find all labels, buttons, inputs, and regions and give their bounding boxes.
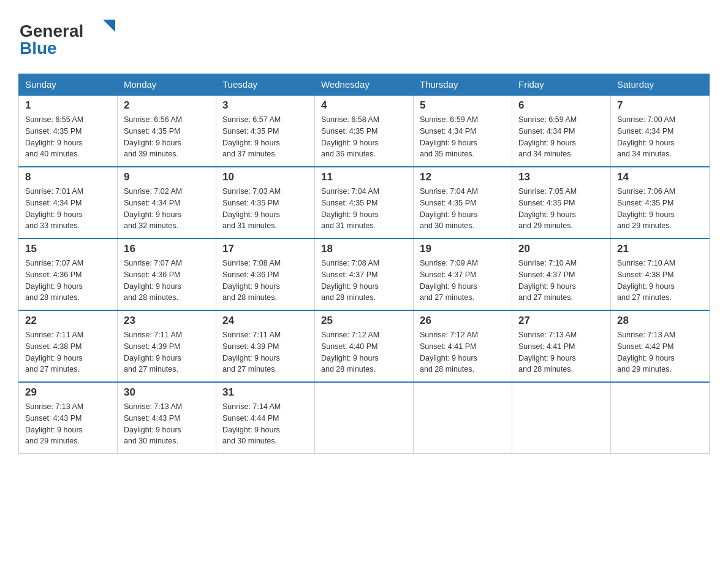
day-info: Sunrise: 7:08 AM Sunset: 4:37 PM Dayligh… (321, 258, 407, 304)
day-info: Sunrise: 7:13 AM Sunset: 4:42 PM Dayligh… (617, 329, 703, 375)
calendar-cell: 22 Sunrise: 7:11 AM Sunset: 4:38 PM Dayl… (19, 310, 118, 382)
day-number: 9 (124, 171, 210, 183)
day-info: Sunrise: 7:12 AM Sunset: 4:40 PM Dayligh… (321, 329, 407, 375)
day-header-monday: Monday (118, 74, 216, 96)
day-header-friday: Friday (512, 74, 611, 96)
day-info: Sunrise: 7:11 AM Sunset: 4:38 PM Dayligh… (25, 329, 111, 375)
day-info: Sunrise: 7:13 AM Sunset: 4:43 PM Dayligh… (25, 401, 111, 447)
calendar-cell: 19 Sunrise: 7:09 AM Sunset: 4:37 PM Dayl… (414, 239, 512, 310)
day-info: Sunrise: 7:04 AM Sunset: 4:35 PM Dayligh… (420, 186, 506, 232)
calendar-cell: 11 Sunrise: 7:04 AM Sunset: 4:35 PM Dayl… (315, 167, 414, 239)
day-info: Sunrise: 7:13 AM Sunset: 4:43 PM Dayligh… (124, 401, 210, 447)
calendar-cell (512, 382, 611, 454)
calendar-cell (315, 382, 414, 454)
day-info: Sunrise: 6:59 AM Sunset: 4:34 PM Dayligh… (420, 114, 506, 160)
day-number: 24 (222, 315, 308, 327)
calendar-cell: 6 Sunrise: 6:59 AM Sunset: 4:34 PM Dayli… (512, 95, 611, 167)
day-number: 20 (518, 243, 604, 255)
calendar-cell: 1 Sunrise: 6:55 AM Sunset: 4:35 PM Dayli… (19, 95, 118, 167)
day-header-tuesday: Tuesday (216, 74, 315, 96)
calendar-cell: 30 Sunrise: 7:13 AM Sunset: 4:43 PM Dayl… (118, 382, 216, 454)
day-info: Sunrise: 7:12 AM Sunset: 4:41 PM Dayligh… (420, 329, 506, 375)
day-info: Sunrise: 7:02 AM Sunset: 4:34 PM Dayligh… (124, 186, 210, 232)
day-number: 23 (124, 315, 210, 327)
day-info: Sunrise: 6:59 AM Sunset: 4:34 PM Dayligh… (518, 114, 604, 160)
day-header-sunday: Sunday (19, 74, 118, 96)
day-info: Sunrise: 7:06 AM Sunset: 4:35 PM Dayligh… (617, 186, 703, 232)
day-number: 27 (518, 315, 604, 327)
day-number: 30 (124, 386, 210, 399)
calendar-cell: 24 Sunrise: 7:11 AM Sunset: 4:39 PM Dayl… (216, 310, 315, 382)
day-number: 21 (617, 243, 703, 255)
day-number: 10 (222, 171, 308, 183)
calendar-week-row: 15 Sunrise: 7:07 AM Sunset: 4:36 PM Dayl… (19, 239, 710, 310)
day-number: 31 (222, 386, 308, 399)
calendar-cell: 16 Sunrise: 7:07 AM Sunset: 4:36 PM Dayl… (118, 239, 216, 310)
day-number: 5 (420, 99, 506, 112)
day-header-thursday: Thursday (414, 74, 512, 96)
calendar-week-row: 8 Sunrise: 7:01 AM Sunset: 4:34 PM Dayli… (19, 167, 710, 239)
day-number: 26 (420, 315, 506, 327)
calendar-cell: 21 Sunrise: 7:10 AM Sunset: 4:38 PM Dayl… (611, 239, 710, 310)
day-number: 11 (321, 171, 407, 183)
calendar-cell: 8 Sunrise: 7:01 AM Sunset: 4:34 PM Dayli… (19, 167, 118, 239)
svg-text:General: General (20, 21, 83, 40)
calendar-header-row: SundayMondayTuesdayWednesdayThursdayFrid… (19, 74, 710, 96)
day-number: 14 (617, 171, 703, 183)
calendar-cell (611, 382, 710, 454)
calendar-cell: 29 Sunrise: 7:13 AM Sunset: 4:43 PM Dayl… (19, 382, 118, 454)
day-number: 12 (420, 171, 506, 183)
day-number: 7 (617, 99, 703, 112)
day-number: 15 (25, 243, 111, 255)
calendar-cell: 23 Sunrise: 7:11 AM Sunset: 4:39 PM Dayl… (118, 310, 216, 382)
day-info: Sunrise: 7:11 AM Sunset: 4:39 PM Dayligh… (124, 329, 210, 375)
calendar-cell: 12 Sunrise: 7:04 AM Sunset: 4:35 PM Dayl… (414, 167, 512, 239)
day-info: Sunrise: 6:57 AM Sunset: 4:35 PM Dayligh… (222, 114, 308, 160)
day-number: 2 (124, 99, 210, 112)
day-info: Sunrise: 7:07 AM Sunset: 4:36 PM Dayligh… (25, 258, 111, 304)
day-info: Sunrise: 7:01 AM Sunset: 4:34 PM Dayligh… (25, 186, 111, 232)
day-number: 8 (25, 171, 111, 183)
day-number: 25 (321, 315, 407, 327)
day-info: Sunrise: 7:11 AM Sunset: 4:39 PM Dayligh… (222, 329, 308, 375)
day-header-saturday: Saturday (611, 74, 710, 96)
calendar-cell: 18 Sunrise: 7:08 AM Sunset: 4:37 PM Dayl… (315, 239, 414, 310)
calendar-week-row: 29 Sunrise: 7:13 AM Sunset: 4:43 PM Dayl… (19, 382, 710, 454)
day-info: Sunrise: 7:10 AM Sunset: 4:38 PM Dayligh… (617, 258, 703, 304)
day-info: Sunrise: 7:14 AM Sunset: 4:44 PM Dayligh… (222, 401, 308, 447)
day-number: 13 (518, 171, 604, 183)
day-info: Sunrise: 6:55 AM Sunset: 4:35 PM Dayligh… (25, 114, 111, 160)
calendar-cell: 25 Sunrise: 7:12 AM Sunset: 4:40 PM Dayl… (315, 310, 414, 382)
calendar-cell: 15 Sunrise: 7:07 AM Sunset: 4:36 PM Dayl… (19, 239, 118, 310)
calendar-cell: 14 Sunrise: 7:06 AM Sunset: 4:35 PM Dayl… (611, 167, 710, 239)
day-number: 22 (25, 315, 111, 327)
page-header: General Blue (18, 12, 710, 61)
day-header-wednesday: Wednesday (315, 74, 414, 96)
calendar-cell: 20 Sunrise: 7:10 AM Sunset: 4:37 PM Dayl… (512, 239, 611, 310)
calendar-cell: 28 Sunrise: 7:13 AM Sunset: 4:42 PM Dayl… (611, 310, 710, 382)
svg-marker-1 (103, 20, 115, 32)
day-number: 17 (222, 243, 308, 255)
day-info: Sunrise: 7:04 AM Sunset: 4:35 PM Dayligh… (321, 186, 407, 232)
calendar-cell: 13 Sunrise: 7:05 AM Sunset: 4:35 PM Dayl… (512, 167, 611, 239)
day-number: 29 (25, 386, 111, 399)
calendar-cell: 7 Sunrise: 7:00 AM Sunset: 4:34 PM Dayli… (611, 95, 710, 167)
calendar-week-row: 22 Sunrise: 7:11 AM Sunset: 4:38 PM Dayl… (19, 310, 710, 382)
calendar-cell: 26 Sunrise: 7:12 AM Sunset: 4:41 PM Dayl… (414, 310, 512, 382)
day-info: Sunrise: 7:10 AM Sunset: 4:37 PM Dayligh… (518, 258, 604, 304)
calendar-cell: 2 Sunrise: 6:56 AM Sunset: 4:35 PM Dayli… (118, 95, 216, 167)
day-info: Sunrise: 6:58 AM Sunset: 4:35 PM Dayligh… (321, 114, 407, 160)
day-number: 18 (321, 243, 407, 255)
calendar-cell: 10 Sunrise: 7:03 AM Sunset: 4:35 PM Dayl… (216, 167, 315, 239)
day-number: 6 (518, 99, 604, 112)
day-number: 19 (420, 243, 506, 255)
logo-svg: General Blue (18, 12, 116, 61)
calendar-cell (414, 382, 512, 454)
day-info: Sunrise: 7:13 AM Sunset: 4:41 PM Dayligh… (518, 329, 604, 375)
day-info: Sunrise: 7:05 AM Sunset: 4:35 PM Dayligh… (518, 186, 604, 232)
svg-text:Blue: Blue (20, 39, 57, 58)
day-number: 16 (124, 243, 210, 255)
calendar-cell: 17 Sunrise: 7:08 AM Sunset: 4:36 PM Dayl… (216, 239, 315, 310)
day-info: Sunrise: 7:09 AM Sunset: 4:37 PM Dayligh… (420, 258, 506, 304)
day-number: 4 (321, 99, 407, 112)
